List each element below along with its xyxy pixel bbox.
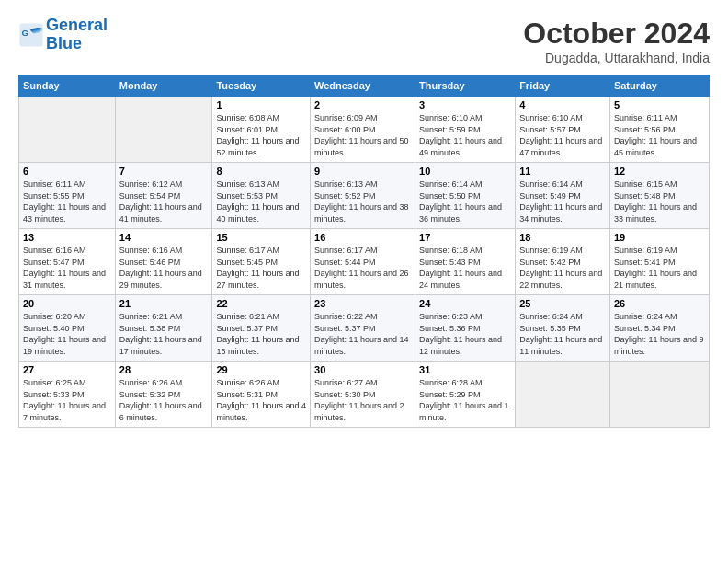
day-info: Sunrise: 6:10 AMSunset: 5:57 PMDaylight:… <box>519 112 606 158</box>
calendar-week-2: 6Sunrise: 6:11 AMSunset: 5:55 PMDaylight… <box>19 163 710 229</box>
day-number: 19 <box>614 232 705 243</box>
day-info: Sunrise: 6:23 AMSunset: 5:36 PMDaylight:… <box>419 311 511 357</box>
title-block: October 2024 Dugadda, Uttarakhand, India <box>523 17 710 65</box>
day-info: Sunrise: 6:16 AMSunset: 5:46 PMDaylight:… <box>119 245 209 291</box>
day-number: 18 <box>519 232 606 243</box>
calendar-cell: 26Sunrise: 6:24 AMSunset: 5:34 PMDayligh… <box>609 295 709 362</box>
day-number: 11 <box>519 166 606 177</box>
calendar-cell: 27Sunrise: 6:25 AMSunset: 5:33 PMDayligh… <box>19 362 116 428</box>
calendar-cell: 9Sunrise: 6:13 AMSunset: 5:52 PMDaylight… <box>311 163 415 229</box>
day-number: 16 <box>314 232 411 243</box>
calendar-cell <box>115 97 212 163</box>
calendar-cell: 11Sunrise: 6:14 AMSunset: 5:49 PMDayligh… <box>516 163 610 229</box>
calendar-cell: 1Sunrise: 6:08 AMSunset: 6:01 PMDaylight… <box>212 97 311 163</box>
day-number: 9 <box>314 166 411 177</box>
day-number: 24 <box>419 298 511 309</box>
calendar-cell: 30Sunrise: 6:27 AMSunset: 5:30 PMDayligh… <box>311 362 415 428</box>
day-info: Sunrise: 6:12 AMSunset: 5:54 PMDaylight:… <box>119 178 209 224</box>
calendar-cell: 31Sunrise: 6:28 AMSunset: 5:29 PMDayligh… <box>415 362 516 428</box>
day-header-wednesday: Wednesday <box>311 75 415 97</box>
day-number: 23 <box>314 298 411 309</box>
day-info: Sunrise: 6:08 AMSunset: 6:01 PMDaylight:… <box>216 112 306 158</box>
calendar-cell: 17Sunrise: 6:18 AMSunset: 5:43 PMDayligh… <box>415 229 516 295</box>
logo-text: General Blue <box>46 17 108 53</box>
day-info: Sunrise: 6:28 AMSunset: 5:29 PMDaylight:… <box>419 377 511 423</box>
day-header-thursday: Thursday <box>415 75 516 97</box>
day-number: 6 <box>23 166 111 177</box>
day-info: Sunrise: 6:16 AMSunset: 5:47 PMDaylight:… <box>23 245 111 291</box>
calendar-cell <box>609 362 709 428</box>
calendar-week-4: 20Sunrise: 6:20 AMSunset: 5:40 PMDayligh… <box>19 295 710 362</box>
day-header-sunday: Sunday <box>19 75 116 97</box>
day-number: 31 <box>419 364 511 375</box>
calendar-cell: 21Sunrise: 6:21 AMSunset: 5:38 PMDayligh… <box>115 295 212 362</box>
day-info: Sunrise: 6:26 AMSunset: 5:31 PMDaylight:… <box>216 377 306 423</box>
calendar-cell: 20Sunrise: 6:20 AMSunset: 5:40 PMDayligh… <box>19 295 116 362</box>
day-number: 25 <box>519 298 606 309</box>
calendar-cell <box>516 362 610 428</box>
calendar-cell: 4Sunrise: 6:10 AMSunset: 5:57 PMDaylight… <box>516 97 610 163</box>
day-info: Sunrise: 6:25 AMSunset: 5:33 PMDaylight:… <box>23 377 111 423</box>
day-number: 5 <box>614 99 705 110</box>
day-info: Sunrise: 6:19 AMSunset: 5:41 PMDaylight:… <box>614 245 705 291</box>
day-info: Sunrise: 6:27 AMSunset: 5:30 PMDaylight:… <box>314 377 411 423</box>
day-number: 10 <box>419 166 511 177</box>
calendar-cell: 19Sunrise: 6:19 AMSunset: 5:41 PMDayligh… <box>609 229 709 295</box>
day-info: Sunrise: 6:11 AMSunset: 5:55 PMDaylight:… <box>23 178 111 224</box>
logo-line2: Blue <box>46 34 82 52</box>
day-info: Sunrise: 6:17 AMSunset: 5:45 PMDaylight:… <box>216 245 306 291</box>
day-number: 4 <box>519 99 606 110</box>
month-title: October 2024 <box>523 17 710 51</box>
day-number: 15 <box>216 232 306 243</box>
day-info: Sunrise: 6:18 AMSunset: 5:43 PMDaylight:… <box>419 245 511 291</box>
calendar-cell: 12Sunrise: 6:15 AMSunset: 5:48 PMDayligh… <box>609 163 709 229</box>
calendar-cell: 22Sunrise: 6:21 AMSunset: 5:37 PMDayligh… <box>212 295 311 362</box>
calendar-cell: 8Sunrise: 6:13 AMSunset: 5:53 PMDaylight… <box>212 163 311 229</box>
logo-line1: General <box>46 16 108 34</box>
calendar-cell: 29Sunrise: 6:26 AMSunset: 5:31 PMDayligh… <box>212 362 311 428</box>
day-info: Sunrise: 6:26 AMSunset: 5:32 PMDaylight:… <box>119 377 209 423</box>
day-info: Sunrise: 6:14 AMSunset: 5:50 PMDaylight:… <box>419 178 511 224</box>
page: G General Blue October 2024 Dugadda, Utt… <box>0 0 728 563</box>
logo: G General Blue <box>18 17 108 53</box>
calendar-cell: 18Sunrise: 6:19 AMSunset: 5:42 PMDayligh… <box>516 229 610 295</box>
day-info: Sunrise: 6:24 AMSunset: 5:34 PMDaylight:… <box>614 311 705 357</box>
day-info: Sunrise: 6:20 AMSunset: 5:40 PMDaylight:… <box>23 311 111 357</box>
day-number: 13 <box>23 232 111 243</box>
calendar-cell: 24Sunrise: 6:23 AMSunset: 5:36 PMDayligh… <box>415 295 516 362</box>
calendar-cell: 15Sunrise: 6:17 AMSunset: 5:45 PMDayligh… <box>212 229 311 295</box>
day-number: 26 <box>614 298 705 309</box>
day-info: Sunrise: 6:10 AMSunset: 5:59 PMDaylight:… <box>419 112 511 158</box>
calendar-cell: 16Sunrise: 6:17 AMSunset: 5:44 PMDayligh… <box>311 229 415 295</box>
calendar-cell: 6Sunrise: 6:11 AMSunset: 5:55 PMDaylight… <box>19 163 116 229</box>
calendar-week-1: 1Sunrise: 6:08 AMSunset: 6:01 PMDaylight… <box>19 97 710 163</box>
calendar-cell: 5Sunrise: 6:11 AMSunset: 5:56 PMDaylight… <box>609 97 709 163</box>
day-header-monday: Monday <box>115 75 212 97</box>
day-header-tuesday: Tuesday <box>212 75 311 97</box>
calendar-cell: 23Sunrise: 6:22 AMSunset: 5:37 PMDayligh… <box>311 295 415 362</box>
day-info: Sunrise: 6:11 AMSunset: 5:56 PMDaylight:… <box>614 112 705 158</box>
day-number: 27 <box>23 364 111 375</box>
day-number: 29 <box>216 364 306 375</box>
day-info: Sunrise: 6:17 AMSunset: 5:44 PMDaylight:… <box>314 245 411 291</box>
day-number: 21 <box>119 298 209 309</box>
calendar-cell: 7Sunrise: 6:12 AMSunset: 5:54 PMDaylight… <box>115 163 212 229</box>
logo-icon: G <box>18 22 44 48</box>
calendar-table: SundayMondayTuesdayWednesdayThursdayFrid… <box>18 75 710 428</box>
calendar-cell: 10Sunrise: 6:14 AMSunset: 5:50 PMDayligh… <box>415 163 516 229</box>
svg-text:G: G <box>22 28 29 38</box>
day-info: Sunrise: 6:15 AMSunset: 5:48 PMDaylight:… <box>614 178 705 224</box>
day-number: 8 <box>216 166 306 177</box>
day-info: Sunrise: 6:19 AMSunset: 5:42 PMDaylight:… <box>519 245 606 291</box>
day-info: Sunrise: 6:24 AMSunset: 5:35 PMDaylight:… <box>519 311 606 357</box>
day-number: 3 <box>419 99 511 110</box>
day-info: Sunrise: 6:13 AMSunset: 5:53 PMDaylight:… <box>216 178 306 224</box>
calendar-cell: 14Sunrise: 6:16 AMSunset: 5:46 PMDayligh… <box>115 229 212 295</box>
day-number: 12 <box>614 166 705 177</box>
calendar-cell: 25Sunrise: 6:24 AMSunset: 5:35 PMDayligh… <box>516 295 610 362</box>
location-title: Dugadda, Uttarakhand, India <box>523 51 710 65</box>
day-info: Sunrise: 6:21 AMSunset: 5:38 PMDaylight:… <box>119 311 209 357</box>
calendar-week-5: 27Sunrise: 6:25 AMSunset: 5:33 PMDayligh… <box>19 362 710 428</box>
calendar-cell: 2Sunrise: 6:09 AMSunset: 6:00 PMDaylight… <box>311 97 415 163</box>
calendar-cell: 3Sunrise: 6:10 AMSunset: 5:59 PMDaylight… <box>415 97 516 163</box>
